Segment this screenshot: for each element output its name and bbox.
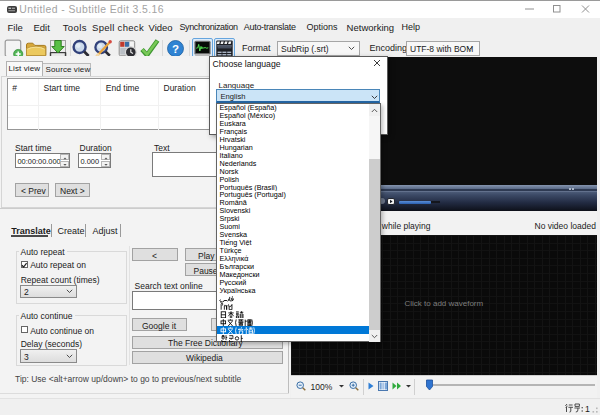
svg-text:?: ? xyxy=(172,43,179,55)
